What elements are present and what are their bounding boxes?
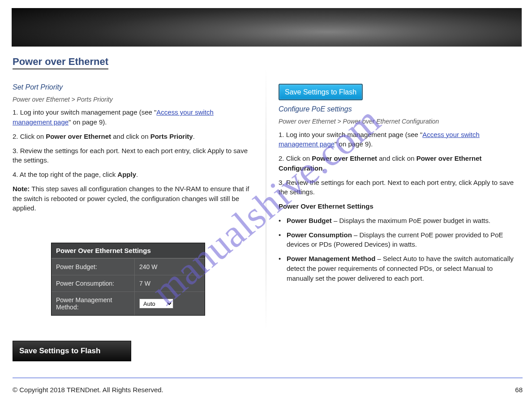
left-note-strong: Note: — [13, 185, 30, 193]
poe-table-title: Power Over Ethernet Settings — [51, 243, 205, 258]
right-step1-lead: 1. Log into your switch management page … — [279, 131, 422, 138]
left-step4-strong: Apply — [117, 171, 136, 178]
left-nav-path: Power over Ethernet > Ports Priority — [13, 95, 254, 104]
right-step2: 2. Click on Power over Ethernet and clic… — [279, 154, 520, 173]
left-note: Note: This step saves all configuration … — [13, 184, 254, 213]
left-step2-strong2: Ports Priority — [150, 133, 193, 140]
left-step2-mid: and click on — [111, 133, 150, 140]
right-step2-mid: and click on — [377, 154, 416, 162]
poe-row1-label: Power Budget: — [51, 259, 135, 275]
table-row: Power Consumption: 7 W — [51, 275, 205, 291]
bullet-icon — [279, 254, 287, 283]
left-step1-lead: 1. Log into your switch management page … — [13, 108, 156, 116]
footer-copyright: © Copyright 2018 TRENDnet. All Rights Re… — [13, 386, 163, 394]
right-settings-heading: Power Over Ethernet Settings — [279, 201, 520, 211]
right-bullet-1: Power Budget – Displays the maximum PoE … — [279, 216, 520, 226]
left-step4-end: . — [136, 171, 138, 178]
left-step2-lead: 2. Click on — [13, 133, 46, 140]
left-step2-end: . — [193, 133, 195, 140]
right-step2-lead: 2. Click on — [279, 154, 312, 162]
poe-row2-value: 7 W — [135, 275, 205, 291]
right-b3-strong: Power Management Method — [287, 255, 375, 262]
right-topic-heading: Configure PoE settings — [279, 104, 520, 114]
right-b1-text: – Displays the maximum PoE power budget … — [332, 217, 490, 224]
left-step4: 4. At the top right of the page, click A… — [13, 170, 254, 180]
right-bullet-3: Power Management Method – Select Auto to… — [279, 254, 520, 283]
right-step2-strong1: Power over Ethernet — [312, 154, 377, 162]
table-row: Power Budget: 240 W — [51, 258, 205, 275]
column-divider — [265, 67, 267, 331]
section-title: Power over Ethernet — [13, 56, 108, 69]
left-step1: 1. Log into your switch management page … — [13, 107, 254, 127]
right-nav-path: Power over Ethernet > Power over Etherne… — [279, 117, 520, 126]
right-b2-strong: Power Consumption — [287, 231, 352, 239]
header-banner — [12, 8, 522, 47]
left-topic-heading: Set Port Priority — [13, 82, 254, 92]
table-row: Power Management Method: Auto — [51, 291, 205, 315]
save-settings-flash-button-top[interactable]: Save Settings to Flash — [279, 84, 363, 100]
poe-settings-table: Power Over Ethernet Settings Power Budge… — [51, 243, 205, 316]
left-step2-strong1: Power over Ethernet — [46, 133, 111, 140]
poe-row3-label: Power Management Method: — [51, 292, 135, 315]
right-step2-end: . — [322, 164, 324, 172]
power-management-method-select[interactable]: Auto — [139, 299, 173, 308]
right-step3: 3. Review the settings for each port. Ne… — [279, 178, 520, 197]
poe-row1-value: 240 W — [135, 259, 205, 275]
left-column: Set Port Priority Power over Ethernet > … — [13, 78, 254, 218]
footer-divider — [13, 377, 523, 378]
right-settings-heading-text: Power Over Ethernet Settings — [279, 202, 373, 210]
right-step1-tail: " on page 9). — [335, 140, 373, 148]
left-step1-tail: " on page 9). — [69, 118, 107, 126]
right-bullet-2: Power Consumption – Displays the current… — [279, 230, 520, 250]
right-b1-strong: Power Budget — [287, 217, 332, 224]
bullet-icon — [279, 230, 287, 250]
save-settings-flash-button-dark[interactable]: Save Settings to Flash — [13, 341, 131, 361]
left-step4-lead: 4. At the top right of the page, click — [13, 171, 117, 178]
right-step1: 1. Log into your switch management page … — [279, 130, 520, 150]
footer: © Copyright 2018 TRENDnet. All Rights Re… — [13, 386, 523, 394]
right-column: Save Settings to Flash Configure PoE set… — [279, 65, 520, 287]
left-note-text: This step saves all configuration change… — [13, 185, 249, 212]
poe-row2-label: Power Consumption: — [51, 275, 135, 291]
footer-page-number: 68 — [515, 386, 523, 394]
left-step3: 3. Review the settings for each port. Ne… — [13, 146, 254, 166]
left-step2: 2. Click on Power over Ethernet and clic… — [13, 132, 254, 141]
bullet-icon — [279, 216, 287, 226]
